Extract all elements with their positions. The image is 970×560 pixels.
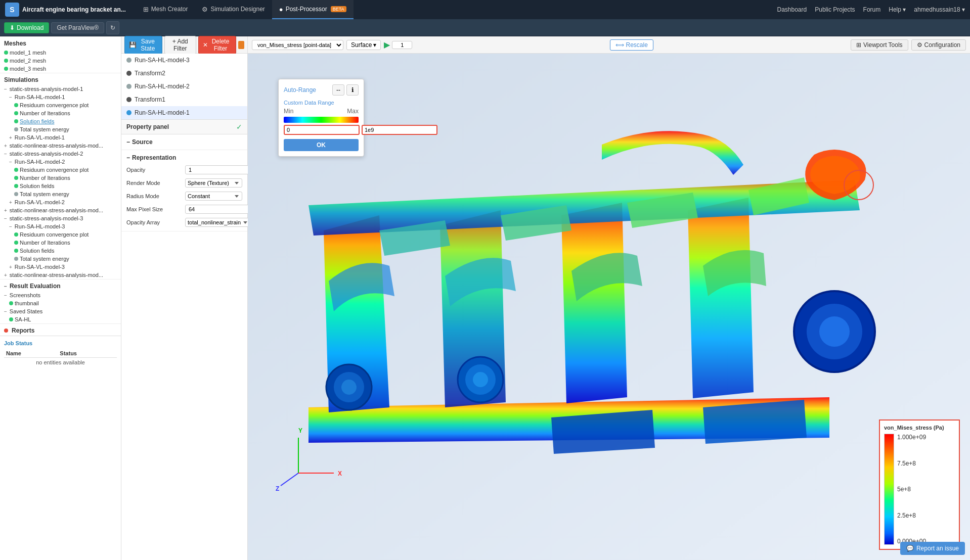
sidebar-item-static-stress-1[interactable]: − static-stress-analysis-model-1 xyxy=(0,85,121,93)
tab-post-processor[interactable]: ● Post-Processor BETA xyxy=(272,0,354,19)
play-button[interactable]: ▶ xyxy=(384,40,390,50)
energy2-dot xyxy=(14,192,18,196)
max-value-input[interactable] xyxy=(362,125,437,135)
help-link[interactable]: Help ▾ xyxy=(889,6,906,13)
report-label: Report an issue xyxy=(916,545,959,552)
color-picker-btn[interactable] xyxy=(238,41,244,49)
sidebar-item-model2-mesh[interactable]: model_2 mesh xyxy=(0,57,121,65)
public-projects-link[interactable]: Public Projects xyxy=(815,6,855,13)
sidebar-item-static-nonlinear-1[interactable]: + static-nonlinear-stress-analysis-mod..… xyxy=(0,142,121,150)
sidebar-item-iterations-3[interactable]: Number of Iterations xyxy=(0,239,121,247)
refresh-icon: ↻ xyxy=(110,24,115,31)
sidebar-item-run-sa-vl-3[interactable]: + Run-SA-VL-model-3 xyxy=(0,263,121,271)
sidebar-item-screenshots[interactable]: − Screenshots xyxy=(0,291,121,299)
sidebar-item-sa-hl[interactable]: SA-HL xyxy=(0,315,121,323)
user-area[interactable]: ahmedhussain18 ▾ xyxy=(914,6,965,13)
nav-tabs: ⊞ Mesh Creator ⚙ Simulation Designer ● P… xyxy=(136,0,354,19)
sidebar-item-model1-mesh[interactable]: model_1 mesh xyxy=(0,49,121,57)
legend-bar-container: 1.000e+09 7.5e+8 5e+8 2.5e+8 0.000e+00 xyxy=(884,434,955,545)
sidebar-item-run-sa-vl-2[interactable]: + Run-SA-VL-model-2 xyxy=(0,198,121,206)
auto-range-buttons: -- ℹ xyxy=(332,84,359,96)
pipeline-dot-hl2 xyxy=(126,84,131,89)
configuration-button[interactable]: ⚙ Configuration xyxy=(911,39,966,51)
representation-label: Representation xyxy=(132,154,176,161)
get-paraview-button[interactable]: Get ParaView® xyxy=(51,22,104,33)
sidebar-item-residuum-2[interactable]: Residuum convergence plot xyxy=(0,166,121,174)
sidebar-item-residuum-1[interactable]: Residuum convergence plot xyxy=(0,101,121,109)
pipeline-item-run-hl-2[interactable]: Run-SA-HL-model-2 xyxy=(121,80,247,93)
radius-mode-select[interactable]: Constant xyxy=(185,192,242,201)
sidebar-item-run-sa-hl-1[interactable]: − Run-SA-HL-model-1 xyxy=(0,93,121,101)
job-table: Name Status no entities available xyxy=(4,349,117,367)
sidebar-item-solution-fields-2[interactable]: Solution fields xyxy=(0,182,121,190)
source-header[interactable]: − Source xyxy=(126,136,242,148)
dashboard-link[interactable]: Dashboard xyxy=(777,6,807,13)
legend-max-value: 1.000e+09 xyxy=(897,434,926,441)
rescale-button[interactable]: ⟺ Rescale xyxy=(610,39,653,51)
expand-nonlinear3: + xyxy=(4,272,7,278)
sidebar-item-iterations-2[interactable]: Number of Iterations xyxy=(0,174,121,182)
add-filter-button[interactable]: + Add Filter xyxy=(164,36,196,54)
auto-range-row: Auto-Range -- ℹ xyxy=(284,84,359,96)
sidebar-item-model3-mesh[interactable]: model_3 mesh xyxy=(0,65,121,73)
opacity-row: Opacity xyxy=(126,163,242,176)
render-mode-select[interactable]: Sphere (Texture) xyxy=(185,178,242,188)
sidebar-item-energy-2[interactable]: Total system energy xyxy=(0,190,121,198)
auto-range-label: Auto-Range xyxy=(284,86,316,94)
pipeline-dot-hl3 xyxy=(126,58,131,63)
thumbnail-dot xyxy=(9,301,13,305)
sidebar-item-saved-states[interactable]: − Saved States xyxy=(0,307,121,315)
sidebar-item-static-nonlinear-2[interactable]: + static-nonlinear-stress-analysis-mod..… xyxy=(0,206,121,214)
pipeline-item-run-hl-1[interactable]: Run-SA-HL-model-1 xyxy=(121,106,247,119)
surface-dropdown[interactable]: Surface ▾ xyxy=(346,40,381,50)
refresh-button[interactable]: ↻ xyxy=(106,21,119,34)
sidebar-item-run-sa-hl-3[interactable]: − Run-SA-HL-model-3 xyxy=(0,222,121,230)
pipeline-item-transform1[interactable]: Transform1 xyxy=(121,93,247,106)
min-value-input[interactable] xyxy=(284,125,360,135)
sidebar-item-residuum-3[interactable]: Residuum convergence plot xyxy=(0,230,121,239)
sidebar-item-static-nonlinear-3[interactable]: + static-nonlinear-stress-analysis-mod..… xyxy=(0,271,121,279)
sidebar-item-solution-fields-3[interactable]: Solution fields xyxy=(0,247,121,255)
viewport-tools-button[interactable]: ⊞ Viewport Tools xyxy=(851,39,908,51)
representation-header[interactable]: − Representation xyxy=(126,152,242,163)
ok-button[interactable]: OK xyxy=(284,139,359,151)
report-icon: 💬 xyxy=(906,545,914,552)
report-issue-button[interactable]: 💬 Report an issue xyxy=(900,542,965,555)
sidebar-item-static-stress-2[interactable]: − static-stress-analysis-model-2 xyxy=(0,150,121,158)
forum-link[interactable]: Forum xyxy=(863,6,881,13)
frame-input[interactable] xyxy=(392,41,412,49)
app-title: Aircraft engine bearing bracket an... xyxy=(22,6,126,13)
model3-status-dot xyxy=(4,67,8,71)
stress-annotation-circle xyxy=(844,170,874,200)
sidebar-item-solution-fields-1[interactable]: Solution fields xyxy=(0,117,121,125)
job-name-header: Name xyxy=(4,349,58,358)
residuum2-dot xyxy=(14,168,18,172)
opacity-array-select[interactable]: total_nonlinear_strain xyxy=(185,218,251,227)
sidebar-item-static-stress-3[interactable]: − static-stress-analysis-model-3 xyxy=(0,214,121,222)
color-legend: von_Mises_stress (Pa) 1.000e+09 7.5e+8 5… xyxy=(879,419,960,550)
model2-status-dot xyxy=(4,59,8,63)
sidebar-item-iterations-1[interactable]: Number of Iterations xyxy=(0,109,121,117)
download-button[interactable]: ⬇ Download xyxy=(4,22,49,33)
property-panel-check: ✓ xyxy=(236,123,242,131)
source-collapse-icon: − xyxy=(126,138,130,146)
auto-range-info-button[interactable]: ℹ xyxy=(346,84,359,96)
sidebar-item-run-sa-hl-2[interactable]: − Run-SA-HL-model-2 xyxy=(0,158,121,166)
pipeline-item-run-hl-3[interactable]: Run-SA-HL-model-3 xyxy=(121,54,247,67)
solution1-dot xyxy=(14,119,18,123)
surface-chevron: ▾ xyxy=(373,41,376,49)
sidebar-item-energy-3[interactable]: Total system energy xyxy=(0,255,121,263)
opacity-array-label: Opacity Array xyxy=(126,219,182,225)
sidebar-item-thumbnail[interactable]: thumbnail xyxy=(0,299,121,307)
delete-filter-button[interactable]: ✕ Delete Filter xyxy=(198,36,236,54)
auto-range-dash-button[interactable]: -- xyxy=(332,84,344,96)
tab-simulation-designer[interactable]: ⚙ Simulation Designer xyxy=(195,0,272,19)
save-state-button[interactable]: 💾 Save State xyxy=(124,36,162,54)
sidebar-item-run-sa-vl-1[interactable]: + Run-SA-VL-model-1 xyxy=(0,133,121,142)
configuration-label: Configuration xyxy=(924,41,960,49)
tab-mesh-creator[interactable]: ⊞ Mesh Creator xyxy=(136,0,195,19)
field-dropdown[interactable]: von_Mises_stress [point-data] xyxy=(252,40,343,50)
pipeline-item-transform2[interactable]: Transform2 xyxy=(121,67,247,80)
sidebar-item-energy-1[interactable]: Total system energy xyxy=(0,125,121,133)
result-eval-label: Result Evaluation xyxy=(10,283,61,290)
